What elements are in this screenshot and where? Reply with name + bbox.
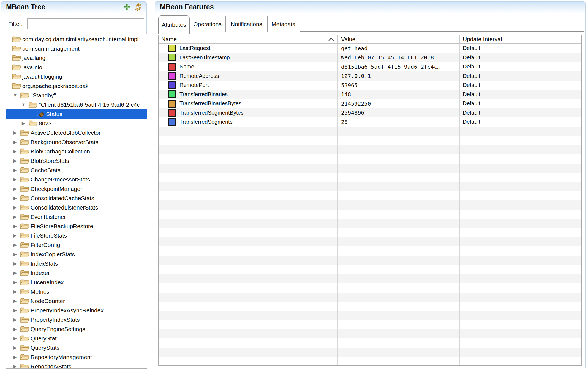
tree-item-label: "Client d8151ba6-5adf-4f15-9ad6-2fc4c [39, 100, 140, 109]
expand-triangle-icon[interactable]: ▶ [12, 156, 18, 166]
column-header-value[interactable]: Value [337, 35, 459, 43]
tree-item[interactable]: ▶ActiveDeletedBlobCollector [6, 128, 147, 137]
tree-item[interactable]: java.util.logging [6, 72, 147, 81]
tree-item[interactable]: ▶PropertyIndexAsyncReindex [6, 306, 147, 315]
expand-triangle-icon[interactable]: ▶ [12, 212, 18, 222]
tree-item[interactable]: ▶FilterConfig [6, 240, 147, 250]
tree-item[interactable]: com.day.cq.dam.similaritysearch.internal… [6, 35, 147, 44]
tab-notifications[interactable]: Notifications [226, 16, 268, 32]
tree-item[interactable]: ▶FileStoreStats [6, 231, 147, 240]
collapse-triangle-icon[interactable]: ▼ [20, 100, 26, 109]
expand-triangle-icon[interactable]: ▶ [12, 184, 18, 194]
tree-item[interactable]: ▶RepositoryManagement [6, 353, 147, 362]
folder-icon [20, 185, 29, 192]
expand-triangle-icon[interactable]: ▶ [12, 194, 18, 203]
plus-icon[interactable] [123, 3, 132, 11]
tree-item[interactable]: ▼"Client d8151ba6-5adf-4f15-9ad6-2fc4c [6, 100, 147, 109]
column-header-update-interval[interactable]: Update Interval [459, 35, 579, 43]
tab-attributes[interactable]: Attributes [158, 15, 190, 34]
expand-triangle-icon[interactable]: ▶ [12, 175, 18, 184]
tree-item[interactable]: java.nio [6, 63, 147, 72]
tree-item[interactable]: org.apache.jackrabbit.oak [6, 81, 147, 91]
expand-triangle-icon[interactable]: ▶ [12, 362, 18, 369]
attribute-row[interactable]: RemotePort53965Default [159, 81, 581, 90]
tree-item[interactable]: ▶8023 [6, 119, 147, 128]
attribute-row[interactable]: TransferredSegmentBytes2594896Default [159, 108, 581, 118]
attribute-row[interactable]: TransferredSegments25Default [159, 117, 581, 127]
tree-item[interactable]: ▶PropertyIndexStats [6, 315, 147, 324]
tree-item[interactable]: ▶LuceneIndex [6, 278, 147, 287]
attribute-row[interactable]: RemoteAddress127.0.0.1Default [159, 71, 581, 81]
tree-item[interactable]: ▶BlobStoreStats [6, 156, 147, 166]
tree-item[interactable]: ▶ConsolidatedCacheStats [6, 194, 147, 203]
expand-triangle-icon[interactable]: ▶ [12, 353, 18, 362]
expand-triangle-icon[interactable]: ▶ [12, 222, 18, 231]
expand-triangle-icon[interactable]: ▶ [12, 203, 18, 212]
attribute-row[interactable]: TransferredBinaries148Default [159, 90, 581, 99]
row-endcap [579, 108, 581, 118]
attribute-row[interactable]: Named8151ba6-5adf-4f15-9ad6-2fc4c…Defaul… [159, 62, 581, 71]
expand-triangle-icon[interactable]: ▶ [12, 259, 18, 268]
tree-item[interactable]: Status [6, 109, 147, 119]
tree-item[interactable]: ▶IndexCopierStats [6, 250, 147, 259]
attribute-row[interactable]: LastSeenTimestampWed Feb 07 15:45:14 EET… [159, 53, 581, 62]
expand-triangle-icon[interactable]: ▶ [12, 343, 18, 353]
tree-item-label: CacheStats [31, 166, 61, 175]
filter-input[interactable] [27, 18, 144, 29]
tree-item[interactable]: ▶QueryEngineSettings [6, 324, 147, 334]
expand-triangle-icon[interactable]: ▶ [12, 296, 18, 306]
tree-item[interactable]: ▶BackgroundObserverStats [6, 137, 147, 147]
attribute-row[interactable]: TransferredBinariesBytes214592250Default [159, 99, 581, 108]
tree-item-label: ConsolidatedCacheStats [31, 194, 94, 203]
tree-item[interactable]: ▶QueryStat [6, 334, 147, 343]
tree-item[interactable]: ▶CheckpointManager [6, 184, 147, 194]
attribute-type-swatch [168, 118, 176, 126]
expand-triangle-icon[interactable]: ▶ [12, 278, 18, 287]
expand-triangle-icon[interactable]: ▶ [12, 137, 18, 147]
column-header-name[interactable]: Name [159, 35, 337, 43]
tree-item[interactable]: java.lang [6, 53, 147, 63]
tree-item-label: QueryStat [31, 334, 57, 343]
tree-item-label: PropertyIndexStats [31, 315, 80, 324]
tree-item[interactable]: ▶IndexStats [6, 259, 147, 268]
tree-item[interactable]: ▶Indexer [6, 268, 147, 278]
tree-item[interactable]: ▶ConsolidatedListenerStats [6, 203, 147, 212]
tree-item[interactable]: ▼"Standby" [6, 91, 147, 100]
tree-item[interactable]: ▶CacheStats [6, 166, 147, 175]
tree-item-label: java.lang [22, 53, 45, 63]
expand-triangle-icon[interactable]: ▶ [12, 324, 18, 334]
empty-row [159, 164, 581, 173]
tree-item[interactable]: ▶NodeCounter [6, 296, 147, 306]
tree-item[interactable]: ▶QueryStats [6, 343, 147, 353]
tree-item[interactable]: ▶EventListener [6, 212, 147, 222]
tree-item[interactable]: ▶BlobGarbageCollection [6, 147, 147, 156]
row-endcap [579, 320, 581, 329]
expand-triangle-icon[interactable]: ▶ [12, 334, 18, 343]
tab-operations[interactable]: Operations [190, 16, 226, 32]
row-endcap [579, 348, 581, 357]
tree-item[interactable]: ▶ChangeProcessorStats [6, 175, 147, 184]
expand-triangle-icon[interactable]: ▶ [12, 128, 18, 137]
collapse-triangle-icon[interactable]: ▼ [12, 91, 18, 100]
expand-triangle-icon[interactable]: ▶ [12, 315, 18, 324]
expand-triangle-icon[interactable]: ▶ [20, 119, 26, 128]
tree-item[interactable]: ▶RepositoryStats [6, 362, 147, 369]
expand-triangle-icon[interactable]: ▶ [12, 240, 18, 250]
expand-triangle-icon[interactable]: ▶ [12, 306, 18, 315]
expand-triangle-icon[interactable]: ▶ [12, 147, 18, 156]
tree-item-label: Status [46, 109, 62, 119]
attribute-row[interactable]: LastRequestget headDefault [159, 44, 581, 53]
tree-item[interactable]: com.sun.management [6, 44, 147, 53]
expand-triangle-icon[interactable]: ▶ [12, 250, 18, 259]
folder-icon [12, 73, 21, 80]
expand-triangle-icon[interactable]: ▶ [12, 166, 18, 175]
expand-triangle-icon[interactable]: ▶ [12, 287, 18, 296]
folder-icon [28, 101, 38, 108]
refresh-arrows-icon[interactable] [134, 3, 143, 11]
tree-item[interactable]: ▶Metrics [6, 287, 147, 296]
empty-row [159, 145, 581, 155]
expand-triangle-icon[interactable]: ▶ [12, 231, 18, 240]
tab-metadata[interactable]: Metadata [268, 16, 300, 32]
tree-item[interactable]: ▶FileStoreBackupRestore [6, 222, 147, 231]
expand-triangle-icon[interactable]: ▶ [12, 268, 18, 278]
